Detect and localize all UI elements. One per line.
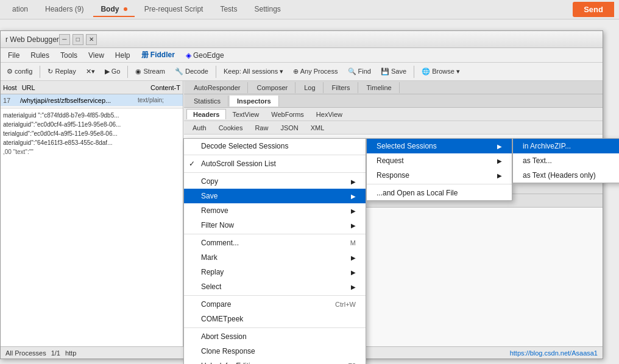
menu-tools[interactable]: Tools	[55, 50, 82, 61]
menu-geoedge[interactable]: ◈ GeoEdge	[181, 50, 229, 61]
content-line5: ,00 "text":""	[3, 147, 180, 156]
ctx-cometpeek[interactable]: COMETpeek	[184, 312, 366, 326]
ctx-save[interactable]: Save ▶	[184, 189, 366, 203]
toolbar-x[interactable]: ✕▾	[82, 66, 99, 77]
sub-request[interactable]: Request ▶	[367, 153, 512, 168]
col-url: URL	[22, 84, 146, 91]
context-menu: Decode Selected Sessions ✓ AutoScroll Se…	[183, 138, 366, 364]
toolbar-find[interactable]: 🔍 Find	[344, 66, 375, 77]
content-line1: materialguid ":"c874fdd8-b7e9-4f85-9db5.…	[3, 111, 180, 120]
body-dot	[124, 7, 127, 11]
session-content-type: text/plain;	[138, 97, 180, 103]
menu-rules[interactable]: Rules	[26, 50, 54, 61]
sub-as-text-headers[interactable]: as Text (Headers only)	[513, 168, 619, 183]
insp-tab-hexview[interactable]: HexView	[310, 110, 348, 119]
tab-body[interactable]: Body	[93, 2, 134, 17]
sub-selected-sessions[interactable]: Selected Sessions ▶	[367, 139, 512, 153]
tab-inspectors[interactable]: Inspectors	[230, 96, 279, 107]
ctx-sep-3	[184, 234, 366, 234]
ctx-replay-label: Replay	[201, 268, 224, 276]
ctx-remove[interactable]: Remove ▶	[184, 203, 366, 218]
insp-tab-webforms[interactable]: WebForms	[265, 110, 310, 119]
col-content-type: Content-T	[150, 84, 180, 91]
tab-log[interactable]: Log	[297, 82, 323, 93]
toolbar-replay[interactable]: ↻ Replay	[44, 66, 79, 77]
sub-astext-headers-label: as Text (Headers only)	[523, 171, 596, 180]
tab-params[interactable]: ation	[5, 2, 35, 17]
ctx-unlock-label: Unlock for Editing	[201, 362, 258, 364]
ctx-compare[interactable]: Compare Ctrl+W	[184, 297, 366, 312]
sub-request-label: Request	[377, 156, 404, 165]
ctx-mark[interactable]: Mark ▶	[184, 250, 366, 265]
ctx-sep-2	[184, 172, 366, 173]
ctx-comment[interactable]: Comment... M	[184, 236, 366, 250]
window-controls: ─ □ ✕	[59, 34, 97, 45]
sub-as-text[interactable]: as Text...	[513, 153, 619, 168]
tab-composer[interactable]: Composer	[249, 82, 295, 93]
checkmark-icon: ✓	[189, 159, 195, 168]
ctx-replay[interactable]: Replay ▶	[184, 265, 366, 279]
toolbar: ⚙ config ↻ Replay ✕▾ ▶ Go ◉ Stream 🔧 Dec…	[1, 63, 603, 81]
session-content-area: materialguid ":"c874fdd8-b7e9-4f85-9db5.…	[1, 108, 183, 346]
menu-file[interactable]: File	[3, 50, 24, 61]
insp-tab-cookies[interactable]: Cookies	[213, 123, 249, 133]
ctx-compare-label: Compare	[201, 300, 231, 309]
insp-tab-headers[interactable]: Headers	[186, 109, 226, 119]
toolbar-keep[interactable]: Keep: All sessions ▾	[220, 66, 287, 77]
tab-settings[interactable]: Settings	[247, 2, 288, 17]
insp-tab-json[interactable]: JSON	[274, 123, 304, 133]
insp-tab-textview[interactable]: TextView	[226, 110, 265, 119]
menu-fiddler[interactable]: 册 Fiddler	[136, 49, 180, 61]
status-url[interactable]: https://blog.csdn.net/Asaasa1	[510, 349, 598, 357]
session-row-17[interactable]: 17 /whytjapi/rest/zfbselfservicep... tex…	[1, 94, 183, 107]
ctx-clone[interactable]: Clone Response	[184, 344, 366, 359]
menu-help[interactable]: Help	[110, 50, 135, 61]
content-line4: aterialguid":"64e161f3-e853-455c-8daf...	[3, 138, 180, 147]
menu-view[interactable]: View	[83, 50, 109, 61]
inspector-tabs-row2: Auth Cookies Raw JSON XML	[184, 121, 603, 135]
toolbar-config[interactable]: ⚙ config	[3, 66, 36, 77]
sub-archive-label: in ArchiveZIP...	[523, 142, 571, 150]
tab-timeline[interactable]: Timeline	[359, 82, 400, 93]
ctx-save-label: Save	[201, 192, 218, 200]
save-submenu: Selected Sessions ▶ Request ▶ Response ▶…	[366, 138, 512, 201]
insp-tab-xml[interactable]: XML	[305, 123, 331, 133]
toolbar-sep-2	[127, 66, 128, 78]
ctx-mark-label: Mark	[201, 253, 218, 262]
ctx-copy[interactable]: Copy ▶	[184, 174, 366, 189]
send-button[interactable]: Send	[573, 2, 614, 17]
toolbar-stream[interactable]: ◉ Stream	[132, 66, 169, 77]
tab-autoresponder[interactable]: AutoResponder	[186, 82, 248, 93]
sub-open-local[interactable]: ...and Open as Local File	[367, 186, 512, 200]
ctx-copy-label: Copy	[201, 177, 218, 186]
sub-selected-arrow: ▶	[497, 143, 502, 150]
sub-response[interactable]: Response ▶	[367, 168, 512, 183]
toolbar-any-process[interactable]: ⊕ Any Process	[289, 66, 341, 77]
insp-tab-raw[interactable]: Raw	[249, 123, 274, 133]
tab-filters[interactable]: Filters	[325, 82, 358, 93]
ctx-select[interactable]: Select ▶	[184, 279, 366, 294]
ctx-filter-now[interactable]: Filter Now ▶	[184, 218, 366, 233]
toolbar-browse[interactable]: 🌐 Browse ▾	[418, 66, 464, 77]
minimize-button[interactable]: ─	[59, 34, 70, 45]
toolbar-decode[interactable]: 🔧 Decode	[171, 66, 212, 77]
ctx-select-label: Select	[201, 282, 221, 291]
ctx-filternow-arrow: ▶	[351, 222, 356, 229]
toolbar-save[interactable]: 💾 Save	[377, 66, 410, 77]
insp-tab-auth[interactable]: Auth	[186, 123, 213, 133]
close-button[interactable]: ✕	[86, 34, 97, 45]
tab-statistics[interactable]: Statistics	[186, 96, 228, 107]
sub-archive-zip[interactable]: in ArchiveZIP...	[513, 139, 619, 153]
tab-headers[interactable]: Headers (9)	[38, 2, 91, 17]
sub-sep	[367, 184, 512, 184]
maximize-button[interactable]: □	[73, 34, 83, 45]
ctx-autoscroll[interactable]: ✓ AutoScroll Session List	[184, 156, 366, 171]
ctx-decode-selected[interactable]: Decode Selected Sessions	[184, 139, 366, 153]
tab-tests[interactable]: Tests	[213, 2, 244, 17]
content-line3: terialguid":"ec0d0cf4-a9f5-11e9-95e8-06.…	[3, 129, 180, 138]
ctx-abort-label: Abort Session	[201, 332, 247, 341]
tab-prerequest[interactable]: Pre-request Script	[137, 2, 211, 17]
ctx-unlock[interactable]: Unlock for Editing F2	[184, 359, 366, 364]
ctx-abort[interactable]: Abort Session	[184, 329, 366, 344]
toolbar-go[interactable]: ▶ Go	[101, 66, 124, 77]
